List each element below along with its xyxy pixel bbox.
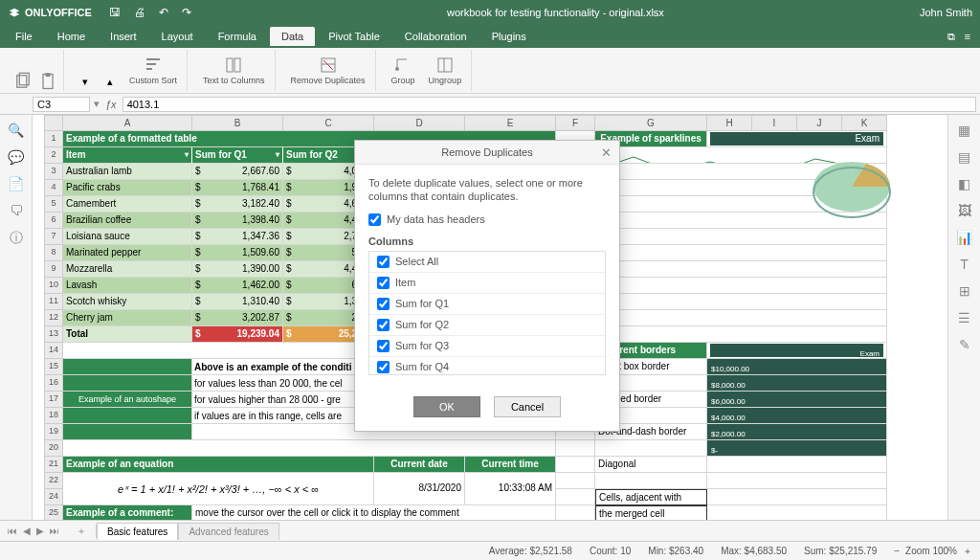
print-icon[interactable]: 🖨 (134, 6, 145, 19)
zoom-in-icon[interactable]: ＋ (963, 545, 972, 558)
open-location-icon[interactable]: ⧉ (947, 31, 955, 43)
select-all-checkbox[interactable]: Select All (369, 252, 605, 273)
fx-icon[interactable]: ƒx (105, 99, 117, 110)
chart-settings-icon[interactable]: 📊 (956, 230, 972, 245)
signature-icon[interactable]: ✎ (959, 337, 970, 352)
row-header-2[interactable]: 2 (44, 147, 63, 164)
row-header-5[interactable]: 5 (44, 196, 63, 213)
search-icon[interactable]: 🔍 (8, 123, 24, 138)
col-header-F[interactable]: F (556, 115, 595, 131)
sheet-tab-advanced[interactable]: Advanced features (178, 523, 278, 540)
save-icon[interactable]: 🖫 (109, 6, 121, 19)
col-header-E[interactable]: E (465, 115, 556, 131)
sheet-tab-basic[interactable]: Basic features (97, 523, 178, 540)
tab-plugins[interactable]: Plugins (480, 27, 538, 46)
comments-icon[interactable]: 💬 (8, 149, 24, 165)
sort-desc-icon[interactable]: ▴ (100, 72, 120, 91)
row-header-21[interactable]: 21 (44, 457, 63, 473)
sort-asc-icon[interactable]: ▾ (76, 72, 95, 91)
row-header-8[interactable]: 8 (44, 245, 63, 261)
row-header-18[interactable]: 18 (44, 408, 63, 424)
tab-data[interactable]: Data (270, 27, 315, 46)
sheet-first-icon[interactable]: ⏮ (8, 526, 17, 536)
row-header-13[interactable]: 13 (44, 326, 63, 343)
column-q1-checkbox[interactable]: Sum for Q1 (369, 294, 605, 315)
custom-sort-button[interactable]: Custom Sort (125, 50, 181, 91)
sheet-next-icon[interactable]: ▶ (36, 526, 44, 536)
close-icon[interactable]: ✕ (601, 146, 612, 160)
sheet-last-icon[interactable]: ⏭ (50, 526, 59, 536)
row-header-1[interactable]: 1 (44, 131, 63, 147)
ok-button[interactable]: OK (413, 396, 480, 417)
tab-layout[interactable]: Layout (150, 27, 205, 46)
row-header-20[interactable]: 20 (44, 440, 63, 457)
cancel-button[interactable]: Cancel (494, 396, 561, 417)
ungroup-button[interactable]: Ungroup (425, 50, 466, 91)
column-q3-checkbox[interactable]: Sum for Q3 (369, 336, 605, 357)
row-header-3[interactable]: 3 (44, 164, 63, 180)
col-header-G[interactable]: G (595, 115, 707, 131)
table-settings-icon[interactable]: ▤ (958, 149, 970, 165)
zoom-label[interactable]: Zoom 100% (905, 546, 957, 556)
col-header-B[interactable]: B (192, 115, 283, 131)
remove-duplicates-button[interactable]: Remove Duplicates (287, 50, 369, 91)
col-header-C[interactable]: C (283, 115, 374, 131)
user-label[interactable]: John Smith (920, 7, 972, 18)
column-q2-checkbox[interactable]: Sum for Q2 (369, 315, 605, 336)
name-box[interactable]: C3 (33, 97, 90, 112)
group-button[interactable]: Group (388, 50, 419, 91)
tab-home[interactable]: Home (46, 27, 97, 46)
row-header-22[interactable]: 22 (44, 473, 63, 489)
chevron-down-icon[interactable]: ▾ (94, 98, 100, 110)
redo-icon[interactable]: ↷ (182, 6, 191, 19)
tab-file[interactable]: File (4, 27, 44, 46)
chat-icon[interactable]: 📄 (8, 176, 24, 191)
col-header-D[interactable]: D (374, 115, 465, 131)
feedback-icon[interactable]: 🗨 (10, 203, 23, 218)
info-icon[interactable]: ⓘ (10, 230, 23, 247)
pivot-settings-icon[interactable]: ⊞ (959, 283, 970, 299)
paste-icon[interactable] (38, 72, 57, 91)
col-header-J[interactable]: J (797, 115, 842, 131)
col-header-A[interactable]: A (63, 115, 192, 131)
text-to-columns-button[interactable]: Text to Columns (199, 50, 269, 91)
menu-icon[interactable]: ≡ (965, 31, 970, 43)
row-header-14[interactable]: 14 (44, 343, 63, 359)
row-header-7[interactable]: 7 (44, 229, 63, 245)
row-header-17[interactable]: 17 (44, 392, 63, 408)
tab-pivot[interactable]: Pivot Table (317, 27, 391, 46)
row-header-25[interactable]: 25 (44, 505, 63, 520)
column-q4-checkbox[interactable]: Sum for Q4 (369, 357, 605, 375)
text-settings-icon[interactable]: T (960, 257, 969, 272)
col-header-I[interactable]: I (752, 115, 797, 131)
row-header-19[interactable]: 19 (44, 424, 63, 440)
my-data-has-headers-checkbox[interactable]: My data has headers (368, 213, 606, 226)
row-header-12[interactable]: 12 (44, 310, 63, 326)
row-header-11[interactable]: 11 (44, 294, 63, 310)
row-header-9[interactable]: 9 (44, 261, 63, 278)
tab-formula[interactable]: Formula (207, 27, 268, 46)
dialog-title-bar[interactable]: Remove Duplicates ✕ (355, 141, 619, 165)
image-settings-icon[interactable]: 🖼 (958, 203, 971, 218)
undo-icon[interactable]: ↶ (159, 6, 168, 19)
cell-settings-icon[interactable]: ▦ (958, 123, 970, 138)
column-item-checkbox[interactable]: Item (369, 273, 605, 294)
row-header-10[interactable]: 10 (44, 278, 63, 294)
slicer-settings-icon[interactable]: ☰ (958, 310, 970, 325)
copy-icon[interactable] (13, 72, 33, 91)
row-header-4[interactable]: 4 (44, 180, 63, 196)
add-sheet-button[interactable]: ＋ (67, 525, 97, 538)
tab-collaboration[interactable]: Collaboration (393, 27, 479, 46)
tab-insert[interactable]: Insert (99, 27, 148, 46)
headers-checkbox-input[interactable] (368, 213, 381, 226)
zoom-out-icon[interactable]: − (894, 546, 900, 556)
sheet-prev-icon[interactable]: ◀ (23, 526, 31, 536)
row-header-15[interactable]: 15 (44, 359, 63, 375)
col-header-K[interactable]: K (842, 115, 887, 131)
col-header-H[interactable]: H (707, 115, 752, 131)
row-header-6[interactable]: 6 (44, 213, 63, 229)
formula-input[interactable]: 4013.1 (122, 97, 976, 112)
row-header-24[interactable]: 24 (44, 489, 63, 505)
row-header-16[interactable]: 16 (44, 375, 63, 392)
shape-settings-icon[interactable]: ◧ (958, 176, 970, 191)
